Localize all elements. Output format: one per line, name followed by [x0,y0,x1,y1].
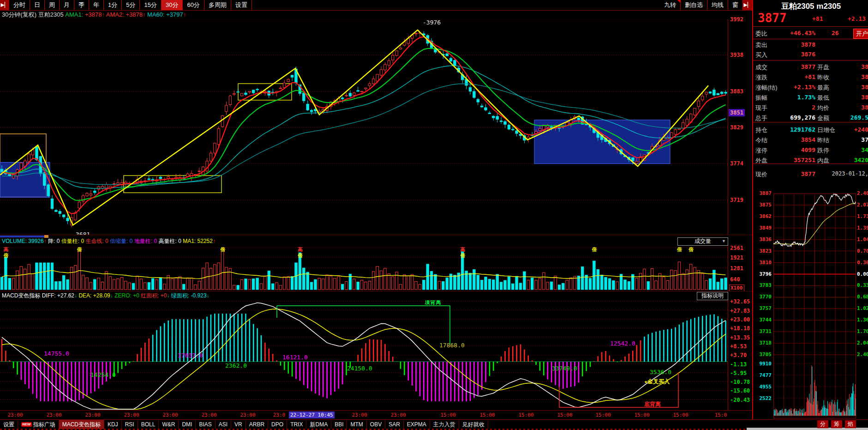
indicator-tab-TRIX[interactable]: TRIX [287,420,306,429]
svg-text:高: 高 [460,247,465,253]
indicator-tab-KDJ[interactable]: KDJ [104,420,122,429]
view-button-焰[interactable]: 焰 [845,420,856,428]
field-label: 均价 [817,104,829,112]
mini-price-label: 3744 [754,317,772,323]
quote-date: 2023-01-12, [832,170,868,177]
period-tab-月[interactable]: 月 [60,0,74,10]
toolbar-button-均线[interactable]: 均线 [707,0,728,10]
value-segment: DIFF: +27.62 [42,292,74,299]
candlestick-plot[interactable]: -39763681 [0,19,752,235]
axis-label: 3938 [730,52,743,58]
indicator-tab-MTM[interactable]: MTM [347,420,366,429]
period-tab-30分[interactable]: 30分 [162,0,183,10]
value-segment: ↓ [207,292,210,299]
toolbar-button-删自选[interactable]: 删自选 [681,0,707,10]
time-tick: 23:00 [46,412,61,418]
indicator-tab-BBI[interactable]: BBI [331,420,347,429]
indicator-tab-W&R[interactable]: W&R [159,420,179,429]
indicator-tab-MACD变色指标[interactable]: MACD变色指标 [59,420,104,429]
svg-text:顶背离: 顶背离 [424,300,441,305]
value-segment: 降: 0 [47,238,61,244]
value-segment: ↓ [74,292,78,299]
period-tab-多周期[interactable]: 多周期 [204,0,231,10]
trading-terminal-window: ▶▏分时日周月季年1分5分15分30分60分多周期设置九转删自选均线窗▶▏ 30… [0,0,868,430]
value-segment: DEA: +28.09 [78,292,110,299]
toolbar-button-九转[interactable]: 九转 [660,0,681,10]
field-value: +240 [854,126,868,133]
mini-pct-label: 1.36% [857,317,868,323]
field-value: 3420 [854,157,868,164]
field-label: 今结 [755,136,767,145]
toolbar-button-窗[interactable]: 窗 [728,0,743,10]
time-tick: 15:0 [715,412,727,418]
axis-label: +13.35 [730,334,750,341]
indicator-tab-指标广场[interactable]: NEW指标广场 [18,420,59,429]
tab-label: W&R [162,420,175,429]
indicator-tab-VR[interactable]: VR [231,420,246,429]
period-tab-5分[interactable]: 5分 [122,0,140,10]
indicator-tab-见好就收[interactable]: 见好就收 [459,420,488,429]
indicator-tab-主力入货[interactable]: 主力入货 [430,420,459,429]
svg-text:2362.0: 2362.0 [225,362,247,369]
field-label: 昨收 [817,73,829,82]
indicator-tab-ARBR[interactable]: ARBR [246,420,268,429]
period-tab-年[interactable]: 年 [89,0,104,10]
field-label: 振幅 [755,94,767,102]
macd-plot[interactable]: 顶背离底背离★金叉买入14755.017037.02362.014254.016… [0,300,752,410]
mini-pct-label: 0.00% [857,271,868,277]
mini-volume-label: 2522 [754,395,772,401]
tab-label: BOLL [141,420,156,429]
spot-label: 现价 [755,170,767,179]
period-tab-设置[interactable]: 设置 [231,0,252,10]
main-candlestick-chart[interactable]: -39763681 3992393838833829377437193851 [0,19,752,235]
indicator-tab-DPO[interactable]: DPO [268,420,287,429]
period-tab-60分[interactable]: 60分 [183,0,204,10]
view-button-筹[interactable]: 筹 [831,420,842,428]
volume-plot[interactable]: 高倍倍倍高倍高倍倍倍倍 [0,246,752,291]
period-toolbar: ▶▏分时日周月季年1分5分15分30分60分多周期设置九转删自选均线窗▶▏ [0,0,752,11]
macd-axis: +32.65+27.83+23.00+18.18+13.35+8.53+3.70… [728,300,753,410]
intraday-mini-chart[interactable] [773,194,856,418]
time-tick: 23:00 [7,412,23,418]
period-tab-15分[interactable]: 15分 [140,0,161,10]
tab-label: 指标广场 [33,420,55,429]
period-tab-分时[interactable]: 分时 [9,0,30,10]
collapse-right-icon[interactable]: ▶▏ [743,0,752,10]
period-tab-周[interactable]: 周 [45,0,60,10]
indicator-tab-新DMA[interactable]: 新DMA [306,420,331,429]
axis-label: 2561 [730,245,743,251]
indicator-help-button[interactable]: 指标说明 [697,292,728,300]
mini-pct-label: 0.70% [857,248,868,254]
indicator-tab-DMI[interactable]: DMI [179,420,196,429]
axis-label: 3992 [730,16,743,23]
value-segment: 生命线: 0 [85,238,110,244]
bid-label: 买入 [755,51,767,59]
period-tab-1分[interactable]: 1分 [104,0,122,10]
quote-row-振幅: 振幅1.73%最低38 [753,92,868,103]
new-badge: NEW [21,422,32,427]
volume-type-dropdown[interactable]: 成交量 ▼ [677,237,728,246]
chevron-down-icon: ▼ [722,238,726,245]
indicator-tab-SAR[interactable]: SAR [385,420,404,429]
period-tab-日[interactable]: 日 [30,0,45,10]
axis-label: +32.65 [730,298,750,305]
indicator-tab-BOLL[interactable]: BOLL [138,420,159,429]
open-account-button[interactable]: 开户 [853,29,868,39]
indicator-tab-BIAS[interactable]: BIAS [196,420,215,429]
indicator-tab-RSI[interactable]: RSI [122,420,138,429]
collapse-left-icon[interactable]: ▶▏ [0,0,9,10]
view-button-分[interactable]: 分 [817,420,828,428]
time-tick: 15:00 [557,412,572,418]
indicator-tab-OBV[interactable]: OBV [367,420,385,429]
mini-pct-label: 1.73% [857,213,868,219]
mini-pct-label: 1.02% [857,305,868,311]
indicator-tab-EXPMA[interactable]: EXPMA [404,420,430,429]
volume-chart[interactable]: 高倍倍倍高倍高倍倍倍倍 256119211281640X100 [0,246,752,291]
period-tab-季[interactable]: 季 [74,0,89,10]
macd-chart[interactable]: 顶背离底背离★金叉买入14755.017037.02362.014254.016… [0,300,752,410]
time-tick: 23:0 [273,412,286,418]
indicator-tab-设置[interactable]: 设置 [0,420,18,429]
indicator-tab-ASI[interactable]: ASI [216,420,231,429]
time-tick: 15:00 [440,412,455,418]
field-value: 3854 [771,136,815,143]
